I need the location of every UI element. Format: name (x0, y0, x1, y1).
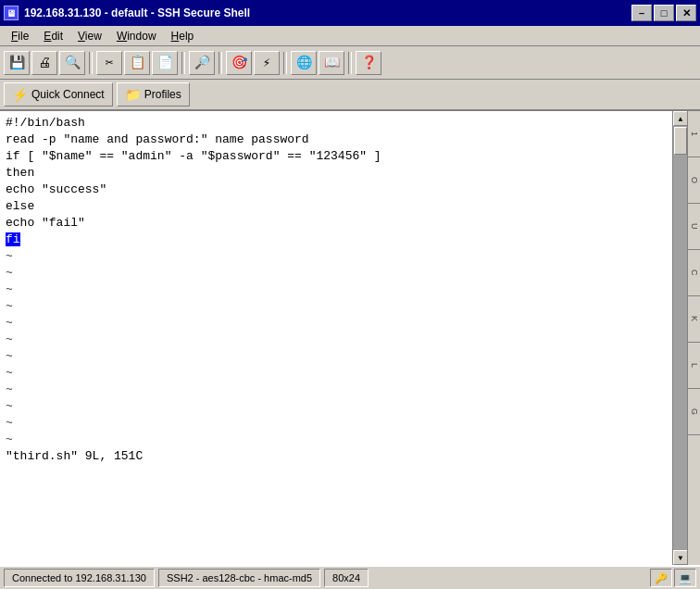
copy-button[interactable]: 📋 (124, 51, 150, 75)
far-right-K: K (688, 296, 700, 343)
term-tilde-9: ~ (6, 382, 667, 398)
term-line-8: fi (6, 232, 667, 248)
scrollbar: ▲ ▼ (672, 111, 687, 565)
far-right-1: 1 (688, 111, 700, 157)
close-button[interactable]: ✕ (676, 5, 696, 21)
window-title: 192.168.31.130 - default - SSH Secure Sh… (24, 6, 250, 19)
separator-2 (181, 52, 185, 74)
find-button[interactable]: 🔎 (189, 51, 215, 75)
term-line-1: #!/bin/bash (6, 115, 667, 132)
far-right-C: C (688, 250, 700, 296)
term-tilde-4: ~ (6, 298, 667, 315)
main-area: #!/bin/bash read -p "name and password:"… (0, 111, 700, 565)
encryption-status: SSH2 - aes128-cbc - hmac-md5 (158, 569, 320, 587)
term-tilde-1: ~ (6, 248, 667, 265)
far-right-O: O (688, 157, 700, 204)
menu-help[interactable]: Help (164, 28, 202, 44)
separator-3 (219, 52, 222, 74)
term-tilde-11: ~ (6, 415, 667, 432)
term-tilde-8: ~ (6, 365, 667, 382)
status-icon-1: 🔑 (650, 569, 672, 587)
term-tilde-12: ~ (6, 432, 667, 448)
term-line-7: echo "fail" (6, 215, 667, 232)
profiles-icon: 📁 (125, 87, 141, 102)
help-button[interactable]: ❓ (356, 51, 381, 75)
scroll-track[interactable] (673, 126, 687, 550)
scroll-thumb[interactable] (674, 127, 687, 155)
separator-4 (283, 52, 287, 74)
term-line-4: then (6, 165, 667, 182)
quick-connect-icon: ⚡ (12, 87, 28, 102)
status-icon-2: 💻 (674, 569, 696, 587)
window-controls: – □ ✕ (631, 5, 696, 21)
maximize-button[interactable]: □ (654, 5, 674, 21)
menu-view[interactable]: View (70, 28, 109, 44)
profiles-button[interactable]: 📁 Profiles (117, 82, 190, 107)
dimensions-status: 80x24 (324, 569, 369, 587)
far-right-U: U (688, 204, 700, 250)
menu-edit[interactable]: Edit (36, 28, 70, 44)
term-tilde-5: ~ (6, 315, 667, 332)
save-button[interactable]: 💾 (4, 51, 30, 75)
far-right-L: L (688, 343, 700, 389)
separator-5 (348, 52, 352, 74)
zoom-button[interactable]: 🔍 (59, 51, 85, 75)
quick-connect-label: Quick Connect (31, 88, 105, 101)
status-icons: 🔑 💻 (650, 569, 696, 587)
separator-1 (89, 52, 93, 74)
term-tilde-6: ~ (6, 332, 667, 348)
docs-button[interactable]: 📖 (319, 51, 344, 75)
menu-file[interactable]: File (4, 28, 36, 44)
toolbar: 💾 🖨 🔍 ✂ 📋 📄 🔎 🎯 ⚡ 🌐 📖 ❓ (0, 46, 700, 80)
term-line-2: read -p "name and password:" name passwo… (6, 132, 667, 148)
menu-window[interactable]: Window (109, 28, 164, 44)
menu-bar: File Edit View Window Help (0, 26, 700, 46)
term-line-6: else (6, 198, 667, 215)
dimensions-text: 80x24 (332, 572, 360, 583)
term-line-3: if [ "$name" == "admin" -a "$password" =… (6, 148, 667, 165)
term-tilde-2: ~ (6, 265, 667, 282)
terminal[interactable]: #!/bin/bash read -p "name and password:"… (0, 111, 672, 565)
term-tilde-7: ~ (6, 348, 667, 365)
browser-button[interactable]: 🌐 (291, 51, 317, 75)
title-bar: 🖥 192.168.31.130 - default - SSH Secure … (0, 0, 700, 26)
term-tilde-3: ~ (6, 282, 667, 298)
term-tilde-10: ~ (6, 398, 667, 415)
quick-connect-button[interactable]: ⚡ Quick Connect (4, 82, 113, 107)
connection-status: Connected to 192.168.31.130 (4, 569, 155, 587)
encryption-text: SSH2 - aes128-cbc - hmac-md5 (167, 572, 312, 583)
paste-button[interactable]: 📄 (152, 51, 178, 75)
scroll-up-button[interactable]: ▲ (673, 111, 688, 126)
connection-text: Connected to 192.168.31.130 (12, 572, 146, 583)
far-right-G: G (688, 389, 700, 435)
status-bar: Connected to 192.168.31.130 SSH2 - aes12… (0, 565, 700, 589)
action-button[interactable]: ⚡ (254, 51, 280, 75)
term-line-5: echo "success" (6, 182, 667, 198)
minimize-button[interactable]: – (631, 5, 652, 21)
scroll-down-button[interactable]: ▼ (673, 550, 688, 565)
far-right-panel: 1 O U C K L G (687, 111, 700, 565)
connect-button[interactable]: 🎯 (226, 51, 252, 75)
profiles-label: Profiles (144, 88, 181, 101)
app-icon: 🖥 (4, 6, 19, 20)
term-status-line: "third.sh" 9L, 151C (6, 448, 667, 465)
print-button[interactable]: 🖨 (31, 51, 57, 75)
quickconnect-bar: ⚡ Quick Connect 📁 Profiles (0, 80, 700, 111)
cut-button[interactable]: ✂ (96, 51, 122, 75)
